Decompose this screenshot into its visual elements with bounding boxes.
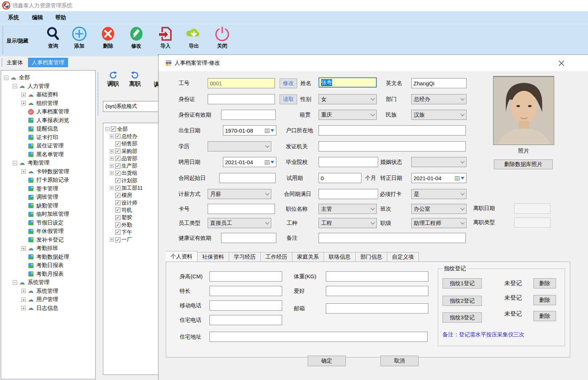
tree-item[interactable]: 人力管理 — [1, 82, 95, 91]
department-item[interactable]: 下午 — [103, 229, 160, 236]
cancel-button[interactable]: 取消 — [380, 356, 419, 366]
specialty-input[interactable] — [209, 286, 282, 296]
emp-type-select[interactable]: 直接员工 — [208, 218, 271, 228]
expander-icon[interactable] — [13, 84, 17, 88]
checkbox[interactable] — [115, 156, 120, 161]
fingerprint3-register-button[interactable]: 指纹3登记 — [443, 312, 482, 323]
email-input[interactable] — [326, 303, 428, 314]
detail-tab[interactable]: 家庭关系 — [292, 252, 324, 262]
registered-addr-input[interactable] — [319, 125, 466, 136]
tree-item[interactable]: 考勤日报表 — [1, 261, 95, 270]
expander-icon[interactable] — [21, 246, 26, 251]
graduate-school-input[interactable] — [319, 157, 378, 167]
department-item[interactable]: 加工部11 — [103, 184, 160, 191]
detail-tab[interactable]: 个人资料 — [166, 251, 197, 262]
ethnic-select[interactable]: 汉族 — [411, 110, 467, 120]
weight-input[interactable] — [326, 271, 428, 282]
tree-item[interactable]: 人事报表浏览 — [1, 116, 95, 125]
department-item[interactable]: 总经办 — [103, 133, 160, 140]
home-addr-input[interactable] — [209, 332, 428, 342]
expander-icon[interactable] — [110, 238, 114, 242]
expander-icon[interactable] — [13, 161, 17, 165]
dialog-close-icon[interactable] — [557, 58, 566, 68]
tree-item[interactable]: 黑名单管理 — [1, 150, 95, 159]
native-place-select[interactable]: 重庆 — [319, 110, 377, 120]
modify-field-button[interactable]: 修改 — [280, 78, 297, 88]
department-item[interactable]: 一厂 — [103, 236, 160, 243]
expander-icon[interactable] — [21, 101, 26, 105]
department-item[interactable]: 销售部 — [103, 140, 160, 147]
tree-item[interactable]: 考勤月报表 — [1, 270, 95, 279]
department-item[interactable]: 生产部 — [103, 162, 160, 169]
detail-tab[interactable]: 联络信息 — [324, 252, 356, 262]
health-cert-input[interactable] — [221, 233, 276, 243]
expander-icon[interactable] — [105, 127, 109, 131]
fingerprint1-register-button[interactable]: 指纹1登记 — [443, 278, 482, 288]
tree-item[interactable]: 缺勤管理 — [1, 202, 95, 210]
checkbox[interactable] — [115, 215, 120, 220]
expander-icon[interactable] — [21, 93, 26, 97]
show-hide-toggle[interactable]: 显示/隐藏 — [7, 38, 28, 44]
expander-icon[interactable] — [110, 157, 114, 161]
tree-item[interactable]: 用户管理 — [1, 295, 95, 304]
expander-icon[interactable] — [110, 186, 114, 190]
read-id-button[interactable]: 读取 — [280, 94, 297, 104]
ok-button[interactable]: 确定 — [308, 356, 346, 366]
tree-item[interactable]: 组织管理 — [1, 99, 95, 108]
detail-tab[interactable]: 社保资料 — [197, 252, 229, 262]
expander-icon[interactable] — [4, 76, 8, 80]
department-item[interactable]: 设计师 — [103, 199, 160, 206]
education-select[interactable] — [208, 141, 271, 151]
tree-item[interactable]: 考勤排班 — [1, 244, 95, 253]
expander-icon[interactable] — [21, 169, 26, 174]
modify-button[interactable]: 修改 — [125, 25, 148, 55]
department-item[interactable]: 品管部 — [103, 155, 160, 162]
detail-tab[interactable]: 学习经历 — [229, 252, 261, 262]
expander-icon[interactable] — [21, 306, 26, 310]
regular-date-picker[interactable]: 2021-01-04 — [411, 173, 467, 183]
fingerprint2-register-button[interactable]: 指纹2登记 — [443, 296, 482, 306]
checkbox[interactable] — [115, 237, 120, 242]
birth-date-picker[interactable]: 1970-01-08 — [223, 125, 276, 136]
dept-select[interactable]: 总经办 — [411, 94, 467, 104]
remark-input[interactable] — [319, 233, 466, 243]
checkbox[interactable] — [115, 200, 120, 205]
must-punch-select[interactable]: 是 — [411, 189, 467, 199]
home-phone-input[interactable] — [209, 315, 282, 325]
expander-icon[interactable] — [110, 164, 114, 168]
id-card-input[interactable] — [208, 94, 275, 104]
checkbox[interactable] — [115, 186, 120, 191]
delete-photo-button[interactable]: 删除数据库照片 — [494, 159, 553, 169]
checkbox[interactable] — [115, 222, 120, 227]
work-type-select[interactable]: 工程 — [319, 218, 377, 228]
checkbox[interactable] — [115, 134, 120, 139]
en-name-input[interactable]: ZhangQi — [411, 78, 467, 88]
department-item[interactable]: 全部 — [103, 125, 160, 133]
fingerprint1-delete-button[interactable]: 删除 — [533, 278, 556, 288]
name-input[interactable]: 张奇 — [319, 77, 377, 88]
issuing-authority-input[interactable] — [319, 141, 466, 151]
tree-item[interactable]: 临时加班管理 — [1, 210, 95, 219]
tree-item[interactable]: 打卡原始记录 — [1, 176, 95, 185]
expander-icon[interactable] — [13, 280, 17, 285]
expander-icon[interactable] — [110, 171, 114, 175]
department-item[interactable]: 模房 — [103, 192, 160, 199]
hire-date-picker[interactable]: 2021-01-04 — [223, 157, 276, 167]
contract-start-input[interactable] — [219, 173, 276, 183]
transfer-button[interactable]: 调职 — [103, 71, 123, 91]
tree-item[interactable]: 系统管理 — [1, 278, 95, 287]
department-item[interactable]: 塑胶 — [103, 214, 160, 221]
tree-item[interactable]: 提醒信息 — [1, 125, 95, 133]
department-item[interactable]: 采购部 — [103, 147, 160, 155]
checkbox[interactable] — [115, 149, 120, 154]
tree-item[interactable]: 年休假管理 — [1, 227, 95, 236]
id-valid-input[interactable] — [221, 110, 276, 120]
mdi-tab[interactable]: 人事档案管理 — [28, 58, 68, 67]
expander-icon[interactable] — [21, 289, 26, 293]
tree-item[interactable]: 人事档案管理 — [1, 108, 95, 116]
checkbox[interactable] — [115, 171, 120, 176]
department-item[interactable]: 司机 — [103, 206, 160, 214]
probation-input[interactable]: 0 — [319, 173, 361, 183]
contract-end-input[interactable] — [319, 189, 378, 199]
checkbox[interactable] — [115, 141, 120, 146]
